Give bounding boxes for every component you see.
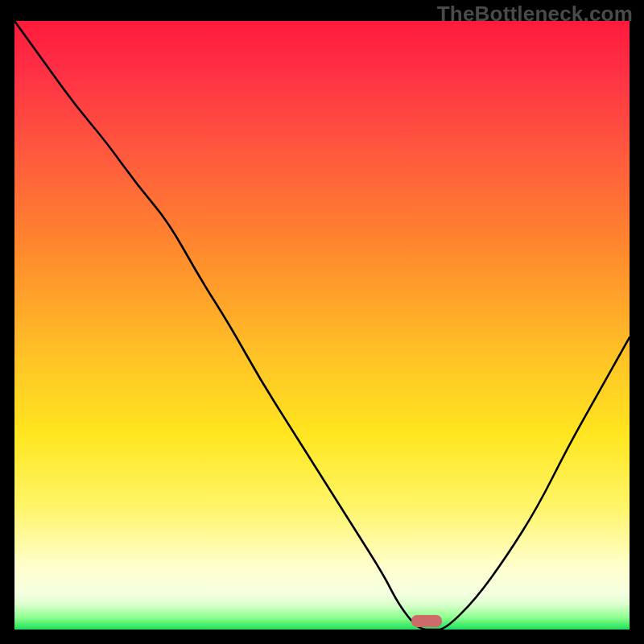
bottleneck-curve-path <box>14 21 630 630</box>
optimal-marker <box>411 615 442 627</box>
bottleneck-curve-svg <box>14 21 630 630</box>
plot-area <box>14 21 630 630</box>
chart-container: TheBottleneck.com <box>0 0 644 644</box>
